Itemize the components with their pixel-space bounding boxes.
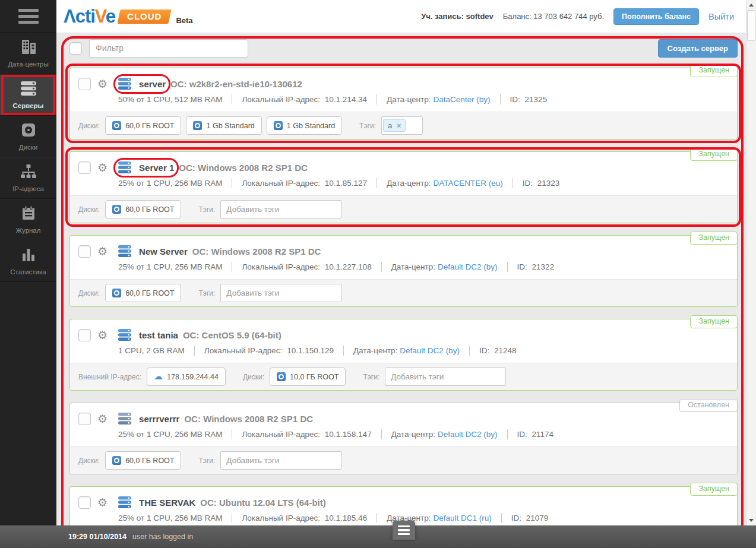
sidebar-item-label: IP-адреса <box>12 185 44 192</box>
scroll-down-button[interactable] <box>746 515 756 525</box>
tag-label: a <box>388 121 392 130</box>
select-all-checkbox[interactable] <box>69 42 82 55</box>
server-list: Запущен ⚙ server ОС: w2k8r2-en-std-ie10-… <box>69 68 738 525</box>
server-stack-icon <box>118 329 132 341</box>
disk-icon <box>112 121 121 130</box>
local-ip: Локальный IP-адрес: 10.1.85.127 <box>242 179 367 188</box>
scrollbar-thumb[interactable] <box>747 10 755 41</box>
sidebar-menu-toggle[interactable] <box>0 0 56 33</box>
sidebar-item-label: Дата-центры <box>8 61 48 68</box>
gear-icon[interactable]: ⚙ <box>97 497 107 508</box>
gear-icon[interactable]: ⚙ <box>97 246 107 257</box>
sidebar-item-journal[interactable]: Журнал <box>0 199 56 240</box>
disk-button[interactable]: 60,0 ГБ ROOT <box>105 451 181 470</box>
server-checkbox[interactable] <box>78 413 91 425</box>
cloud-icon: ☁ <box>154 372 163 381</box>
disk-button[interactable]: 60,0 ГБ ROOT <box>105 284 181 302</box>
disk-button[interactable]: 10,0 ГБ ROOT <box>270 368 346 386</box>
server-name-wrap: serrrverrr <box>118 413 179 425</box>
logo-cloud-badge: CLOUD <box>118 9 172 24</box>
server-name-wrap: New Server <box>118 245 188 258</box>
datacenter-link[interactable]: Default DC1 (ru) <box>434 514 492 522</box>
tags-input[interactable] <box>220 200 341 218</box>
server-name-wrap: THE SERVAK <box>118 496 195 509</box>
scroll-up-button[interactable] <box>746 0 756 10</box>
server-os: ОС: Windows 2008 R2 SP1 DC <box>192 246 321 256</box>
datacenter-link[interactable]: Default DC2 (by) <box>438 430 498 439</box>
external-ip-label: Внешний IP-адрес: <box>78 373 141 381</box>
sidebar-item-ip-addresses[interactable]: IP-адреса <box>0 157 56 199</box>
tags-input[interactable] <box>385 368 506 386</box>
footer-panel-toggle[interactable] <box>393 521 415 540</box>
disk-icon <box>274 121 283 130</box>
server-checkbox[interactable] <box>78 161 91 174</box>
tags-label: Тэги: <box>359 122 376 130</box>
account-info: Уч. запись: softdev <box>421 12 494 21</box>
sidebar-nav: Дата-центры Серверы Диски IP-адреса Журн… <box>0 33 56 282</box>
stats-icon <box>21 247 36 265</box>
disk-button[interactable]: 60,0 ГБ ROOT <box>105 116 181 135</box>
disk-button[interactable]: 1 Gb Standard <box>267 116 342 135</box>
card-details-row: ☁ Диски: 60,0 ГБ ROOT1 Gb Standard1 Gb S… <box>70 112 737 139</box>
servers-icon <box>20 81 37 99</box>
datacenter-link[interactable]: Default DC2 (by) <box>438 262 498 271</box>
sidebar-item-servers[interactable]: Серверы <box>0 74 56 116</box>
server-name[interactable]: THE SERVAK <box>139 498 195 508</box>
status-badge: Запущен <box>690 64 738 77</box>
vertical-scrollbar[interactable] <box>746 0 756 525</box>
server-checkbox[interactable] <box>78 78 91 90</box>
server-card: Остановлен ⚙ serrrverrr ОС: Windows 2008… <box>69 403 738 474</box>
disks-label: Диски: <box>243 373 264 381</box>
server-name[interactable]: Server 1 <box>139 163 174 173</box>
server-stack-icon <box>118 496 132 509</box>
server-name[interactable]: serrrverrr <box>139 414 179 424</box>
tags-label: Тэги: <box>198 205 215 214</box>
disk-button[interactable]: 1 Gb Standard <box>186 116 261 135</box>
create-server-button[interactable]: Создать сервер <box>658 39 738 58</box>
sidebar-item-disks[interactable]: Диски <box>0 116 56 157</box>
gear-icon[interactable]: ⚙ <box>97 78 107 90</box>
server-name[interactable]: server <box>139 79 166 89</box>
datacenter: Дата-центр:Default DC2 (by) <box>391 262 498 271</box>
ip-icon <box>20 164 37 182</box>
disk-button[interactable]: 60,0 ГБ ROOT <box>105 200 181 218</box>
datacenter-link[interactable]: Default DC2 (by) <box>400 346 460 355</box>
disk-icon <box>112 456 121 465</box>
card-details-row: ☁ Диски: 60,0 ГБ ROOT Тэги: <box>70 446 737 474</box>
status-badge: Запущен <box>690 315 738 328</box>
tags-input[interactable] <box>220 284 341 302</box>
tag-chip: a× <box>383 119 406 132</box>
local-ip: Локальный IP-адрес: 10.1.150.129 <box>204 346 334 355</box>
server-checkbox[interactable] <box>78 245 91 258</box>
server-card: Запущен ⚙ server ОС: w2k8r2-en-std-ie10-… <box>69 68 738 140</box>
sidebar-item-datacenters[interactable]: Дата-центры <box>0 33 56 74</box>
server-stack-icon <box>118 245 132 258</box>
server-name[interactable]: test tania <box>139 330 178 340</box>
logout-link[interactable]: Выйти <box>708 12 734 21</box>
server-checkbox[interactable] <box>78 329 91 341</box>
local-ip: Локальный IP-адрес: 10.1.227.108 <box>242 262 371 271</box>
filter-input[interactable] <box>89 39 248 58</box>
tags-input[interactable] <box>220 451 341 470</box>
sidebar-item-statistics[interactable]: Статистика <box>0 240 56 282</box>
external-ip-button[interactable]: ☁178.159.244.44 <box>147 368 226 386</box>
server-stack-icon <box>118 161 132 174</box>
server-specs: 25% от 1 CPU, 256 MB RAM <box>118 262 222 271</box>
tag-remove-icon[interactable]: × <box>397 122 401 130</box>
gear-icon[interactable]: ⚙ <box>97 413 107 425</box>
local-ip: Локальный IP-адрес: 10.1.158.147 <box>242 430 371 439</box>
gear-icon[interactable]: ⚙ <box>97 330 107 341</box>
datacenter-link[interactable]: DATACENTER (eu) <box>434 179 503 188</box>
server-card: Запущен ⚙ Server 1 ОС: Windows 2008 R2 S… <box>69 151 738 223</box>
gear-icon[interactable]: ⚙ <box>97 162 107 173</box>
sidebar-item-label: Статистика <box>10 268 46 275</box>
tags-box[interactable]: a× <box>381 116 423 135</box>
sidebar: Дата-центры Серверы Диски IP-адреса Журн… <box>0 0 56 525</box>
server-name[interactable]: New Server <box>139 246 188 256</box>
topup-balance-button[interactable]: Пополнить баланс <box>613 8 699 25</box>
app-logo[interactable]: ΛctiVe CLOUD Beta <box>64 6 193 27</box>
logo-wordmark: ΛctiVe <box>64 6 115 27</box>
datacenter-link[interactable]: DataCenter (by) <box>434 95 491 104</box>
server-checkbox[interactable] <box>78 496 91 509</box>
status-badge: Запущен <box>690 483 738 496</box>
